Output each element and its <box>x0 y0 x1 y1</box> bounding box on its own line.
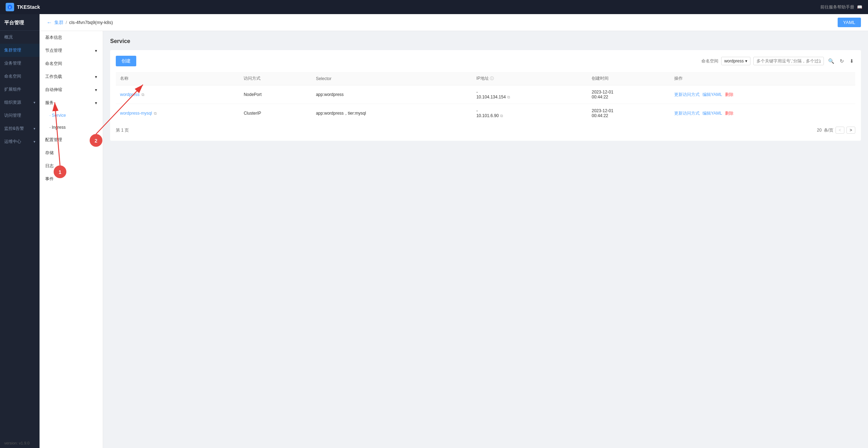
sidebar-item-ops[interactable]: 运维中心 ▾ <box>0 135 40 148</box>
refresh-button[interactable]: ↻ <box>838 57 845 65</box>
service-table: 名称 访问方式 Selector IP地址 ⓘ 创建时间 操作 <box>116 72 855 122</box>
col-ip: IP地址 ⓘ <box>472 72 587 85</box>
sec-events[interactable]: 事件 <box>40 172 103 186</box>
config-arrow: ▾ <box>95 138 97 143</box>
download-button[interactable]: ⬇ <box>848 57 855 65</box>
service-title: Service <box>110 38 861 44</box>
sidebar-item-business[interactable]: 业务管理 <box>0 57 40 70</box>
col-access: 访问方式 <box>239 72 311 85</box>
search-button[interactable]: 🔍 <box>827 57 836 65</box>
sec-autoscale[interactable]: 自动伸缩 ▾ <box>40 83 103 96</box>
monitor-arrow: ▾ <box>34 127 35 131</box>
col-created: 创建时间 <box>587 72 670 85</box>
sidebar-item-monitor[interactable]: 监控&告警 ▾ <box>0 122 40 135</box>
sidebar-item-cluster[interactable]: 集群管理 <box>0 44 40 57</box>
pagination-right: 20 条/页 < > <box>817 127 855 134</box>
help-link[interactable]: 前往服务帮助手册 <box>820 4 854 10</box>
pagination: 第 1 页 20 条/页 < > <box>116 122 855 135</box>
namespace-select[interactable]: wordpress ▾ <box>721 57 750 65</box>
namespace-label: 命名空间 <box>701 58 718 64</box>
sidebar-item-extensions[interactable]: 扩展组件 <box>0 83 40 96</box>
row2-created: 2023-12-01 00:44:22 <box>587 104 670 123</box>
row2-name-link[interactable]: wordpress-mysql <box>120 111 152 116</box>
sec-services[interactable]: 服务 ▾ <box>40 96 103 109</box>
col-name: 名称 <box>116 72 239 85</box>
workloads-arrow: ▾ <box>95 74 97 79</box>
sidebar-item-org[interactable]: 组织资源 ▾ <box>0 96 40 109</box>
sec-service-sub[interactable]: · Service <box>40 109 103 121</box>
row1-actions: 更新访问方式 编辑YAML 删除 <box>670 85 855 104</box>
row1-ip: - 10.104.134.154 ⧉ <box>472 85 587 104</box>
per-page-label: 条/页 <box>824 127 833 133</box>
namespace-dropdown-icon: ▾ <box>745 59 747 63</box>
org-arrow: ▾ <box>34 101 35 104</box>
yaml-button[interactable]: YAML <box>838 18 861 27</box>
row2-actions: 更新访问方式 编辑YAML 删除 <box>670 104 855 123</box>
services-arrow: ▾ <box>95 101 97 105</box>
row1-access: NodePort <box>239 85 311 104</box>
ip-info-icon: ⓘ <box>490 76 494 80</box>
version-label: version: v1.9.0 <box>0 438 40 448</box>
row1-edit-yaml[interactable]: 编辑YAML <box>702 92 722 98</box>
service-panel: 创建 命名空间 wordpress ▾ 🔍 ↻ <box>110 50 861 141</box>
row1-ip2-copy[interactable]: ⧉ <box>507 95 510 99</box>
next-page-btn[interactable]: > <box>846 127 855 134</box>
logo-icon: T <box>6 3 14 11</box>
row2-edit-yaml[interactable]: 编辑YAML <box>702 110 722 116</box>
search-input[interactable] <box>753 57 824 65</box>
row1-name-link[interactable]: wordpress <box>120 92 139 97</box>
top-bar: T TKEStack 前往服务帮助手册 📖 <box>0 0 868 14</box>
create-button[interactable]: 创建 <box>116 56 136 66</box>
service-container: Service 创建 命名空间 wordpress ▾ <box>103 31 868 148</box>
sec-nodes[interactable]: 节点管理 ▾ <box>40 44 103 57</box>
sec-logs[interactable]: 日志 <box>40 159 103 172</box>
row2-update-access[interactable]: 更新访问方式 <box>674 110 700 116</box>
sec-ns[interactable]: 命名空间 <box>40 57 103 70</box>
nodes-arrow: ▾ <box>95 48 97 53</box>
ops-arrow: ▾ <box>34 140 35 144</box>
row2-ip2: 10.101.6.90 <box>476 113 498 118</box>
platform-title: 平台管理 <box>0 14 40 31</box>
main-content: Service 创建 命名空间 wordpress ▾ <box>103 31 868 448</box>
autoscale-arrow: ▾ <box>95 87 97 92</box>
row1-copy-icon[interactable]: ⧉ <box>142 92 144 97</box>
sec-storage[interactable]: 存储 <box>40 146 103 159</box>
row1-name: wordpress ⧉ <box>116 85 239 104</box>
sec-config[interactable]: 配置管理 ▾ <box>40 133 103 146</box>
toolbar-right: 命名空间 wordpress ▾ 🔍 ↻ ⬇ <box>701 57 855 65</box>
row2-name: wordpress-mysql ⧉ <box>116 104 239 123</box>
sidebar-item-namespace[interactable]: 命名空间 <box>0 70 40 83</box>
page-content: 基本信息 节点管理 ▾ 命名空间 工作负载 ▾ 自动伸缩 <box>40 31 868 448</box>
breadcrumb-sep: / <box>66 20 67 25</box>
row2-ip2-copy[interactable]: ⧉ <box>500 114 503 118</box>
top-bar-right: 前往服务帮助手册 📖 <box>820 4 862 10</box>
sec-basic[interactable]: 基本信息 <box>40 31 103 44</box>
help-icon: 📖 <box>857 5 862 10</box>
breadcrumb-bar: ← 集群 / cls-4fvn7bq9(my-k8s) YAML <box>40 14 868 31</box>
row1-update-access[interactable]: 更新访问方式 <box>674 92 700 98</box>
secondary-sidebar: 基本信息 节点管理 ▾ 命名空间 工作负载 ▾ 自动伸缩 <box>40 31 103 448</box>
prev-page-btn[interactable]: < <box>836 127 844 134</box>
row1-created: 2023-12-01 00:44:22 <box>587 85 670 104</box>
left-sidebar: 平台管理 概况 集群管理 业务管理 命名空间 扩展组件 组织资源 ▾ 访问管理 … <box>0 14 40 448</box>
col-selector: Selector <box>312 72 472 85</box>
breadcrumb-cluster[interactable]: 集群 <box>54 19 64 26</box>
sec-ingress-sub[interactable]: · Ingress <box>40 121 103 133</box>
content-area: ← 集群 / cls-4fvn7bq9(my-k8s) YAML 基本信息 节点… <box>40 14 868 448</box>
sidebar-item-overview[interactable]: 概况 <box>0 31 40 44</box>
row1-selector: app:wordpress <box>312 85 472 104</box>
col-actions: 操作 <box>670 72 855 85</box>
row2-access: ClusterIP <box>239 104 311 123</box>
logo-text: TKEStack <box>17 4 40 10</box>
row1-ip2: 10.104.134.154 <box>476 95 505 99</box>
row1-delete[interactable]: 删除 <box>725 92 734 98</box>
table-row: wordpress-mysql ⧉ ClusterIP app:wordpres… <box>116 104 855 123</box>
sidebar-item-access[interactable]: 访问管理 <box>0 109 40 122</box>
toolbar-left: 创建 <box>116 56 136 66</box>
row2-copy-icon[interactable]: ⧉ <box>154 111 157 115</box>
sec-workloads[interactable]: 工作负载 ▾ <box>40 70 103 83</box>
row2-delete[interactable]: 删除 <box>725 110 734 116</box>
page-size-label: 20 <box>817 128 821 133</box>
table-row: wordpress ⧉ NodePort app:wordpress - 10.… <box>116 85 855 104</box>
back-button[interactable]: ← <box>47 19 52 26</box>
